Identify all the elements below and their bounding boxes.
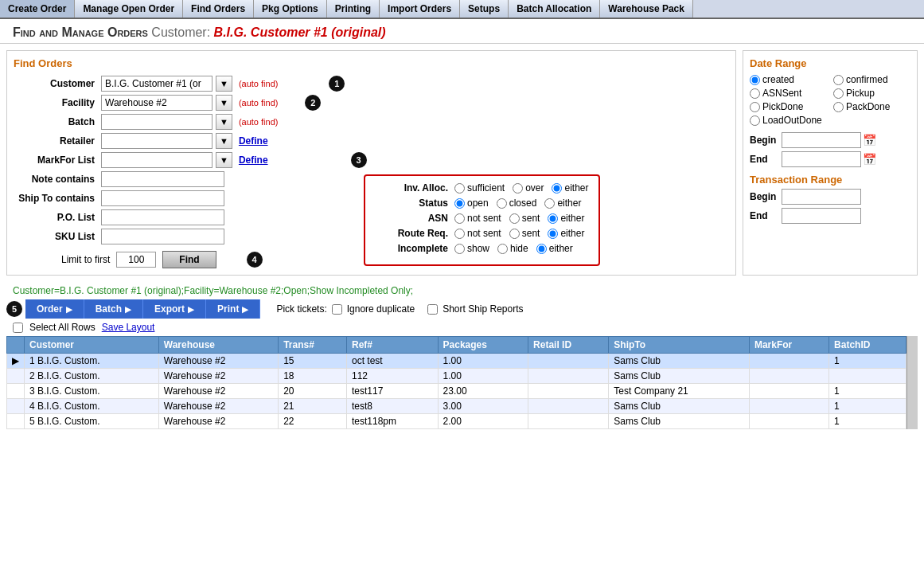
batch-arrow-icon: ▶	[125, 305, 131, 314]
route-req-sent[interactable]: sent	[509, 228, 540, 239]
status-open[interactable]: open	[454, 198, 489, 209]
status-options: open closed either	[454, 198, 581, 209]
export-button[interactable]: Export ▶	[143, 299, 206, 319]
batch-input[interactable]	[101, 114, 212, 130]
table-row: ▶1 B.I.G. Custom.Warehouse #215oct test1…	[7, 354, 906, 369]
row-ref: test118pm	[347, 414, 439, 429]
inv-alloc-either[interactable]: either	[552, 182, 588, 194]
date-option-confirmed[interactable]: confirmed	[833, 74, 910, 85]
retailer-dropdown[interactable]: ▼	[216, 133, 232, 149]
date-begin-input[interactable]	[782, 132, 861, 148]
table-body: ▶1 B.I.G. Custom.Warehouse #215oct test1…	[7, 354, 906, 429]
order-button[interactable]: Order ▶	[25, 299, 84, 319]
asn-sent[interactable]: sent	[509, 213, 540, 224]
row-ref: 112	[347, 369, 439, 384]
incomplete-show[interactable]: show	[454, 243, 489, 254]
trans-begin-label: Begin	[750, 191, 782, 202]
nav-pkg-options[interactable]: Pkg Options	[254, 0, 327, 18]
route-req-either[interactable]: either	[548, 228, 584, 239]
status-text: Customer=B.I.G. Customer #1 (original);F…	[6, 282, 918, 299]
ignore-duplicate-checkbox[interactable]	[332, 304, 342, 315]
incomplete-either[interactable]: either	[536, 243, 573, 254]
customer-field-control: ▼ (auto find) 1	[101, 76, 345, 92]
status-either[interactable]: either	[544, 198, 581, 209]
facility-field-control: ▼ (auto find) 2	[101, 95, 321, 111]
calendar-end-icon[interactable]: 📅	[863, 153, 876, 166]
markfor-input[interactable]	[101, 152, 212, 168]
note-input[interactable]	[101, 171, 224, 187]
retailer-input[interactable]	[101, 133, 212, 149]
row-shipto: Sams Club	[609, 354, 750, 369]
asn-label: ASN	[375, 213, 454, 224]
date-range-title: Date Range	[750, 57, 910, 69]
facility-input[interactable]	[101, 95, 212, 111]
date-begin-label: Begin	[750, 135, 782, 146]
table-scroll[interactable]: Customer Warehouse Trans# Ref# Packages …	[6, 336, 906, 429]
save-layout-link[interactable]: Save Layout	[102, 322, 155, 333]
row-packages: 23.00	[438, 384, 528, 399]
trans-begin-input[interactable]	[782, 189, 861, 205]
col-header-batchid: BatchID	[829, 337, 906, 354]
row-arrow-cell	[7, 414, 25, 429]
batch-dropdown[interactable]: ▼	[216, 114, 232, 130]
inv-alloc-over[interactable]: over	[513, 182, 544, 194]
inv-alloc-options: sufficient over either	[454, 182, 589, 194]
date-option-pickup[interactable]: Pickup	[833, 88, 910, 99]
nav-warehouse-pack[interactable]: Warehouse Pack	[600, 0, 693, 18]
route-req-options: not sent sent either	[454, 228, 584, 239]
date-end-input[interactable]	[782, 151, 861, 167]
badge-2: 2	[305, 95, 321, 111]
facility-dropdown[interactable]: ▼	[216, 95, 232, 111]
shipto-input[interactable]	[101, 190, 224, 206]
asn-either[interactable]: either	[548, 213, 584, 224]
inv-alloc-sufficient[interactable]: sufficient	[454, 182, 505, 194]
date-option-asnsent[interactable]: ASNSent	[750, 88, 827, 99]
customer-input[interactable]	[101, 76, 212, 92]
nav-printing[interactable]: Printing	[327, 0, 380, 18]
row-trans: 22	[279, 414, 347, 429]
batch-button[interactable]: Batch ▶	[84, 299, 143, 319]
col-header-markfor: MarkFor	[749, 337, 828, 354]
row-shipto: Test Company 21	[609, 384, 750, 399]
customer-dropdown[interactable]: ▼	[216, 76, 232, 92]
date-option-pickdone[interactable]: PickDone	[750, 101, 827, 112]
route-req-not-sent[interactable]: not sent	[454, 228, 501, 239]
print-button[interactable]: Print ▶	[206, 299, 260, 319]
retailer-define-link[interactable]: Define	[239, 135, 268, 147]
table-scrollbar[interactable]	[906, 336, 918, 429]
row-arrow-cell: ▶	[7, 354, 25, 369]
short-ship-checkbox[interactable]	[427, 304, 438, 315]
find-button[interactable]: Find	[162, 251, 216, 268]
row-batchid: 1	[829, 384, 906, 399]
markfor-define-link[interactable]: Define	[239, 154, 268, 166]
badge-1: 1	[329, 76, 345, 92]
select-all-checkbox[interactable]	[13, 323, 23, 333]
nav-create-order[interactable]: Create Order	[0, 0, 75, 18]
markfor-dropdown[interactable]: ▼	[216, 152, 232, 168]
shipto-field-label: Ship To contains	[14, 193, 101, 204]
trans-end-input[interactable]	[782, 208, 861, 224]
col-header-warehouse: Warehouse	[158, 337, 278, 354]
select-all-label: Select All Rows	[29, 322, 96, 333]
nav-find-orders[interactable]: Find Orders	[183, 0, 254, 18]
asn-not-sent[interactable]: not sent	[454, 213, 501, 224]
nav-import-orders[interactable]: Import Orders	[380, 0, 460, 18]
trans-begin-row: Begin	[750, 189, 910, 205]
date-option-packdone[interactable]: PackDone	[833, 101, 910, 112]
row-packages: 1.00	[438, 354, 528, 369]
nav-batch-allocation[interactable]: Batch Allocation	[509, 0, 600, 18]
nav-setups[interactable]: Setups	[460, 0, 509, 18]
row-num-customer: 5 B.I.G. Custom.	[25, 414, 159, 429]
status-closed[interactable]: closed	[497, 198, 537, 209]
calendar-begin-icon[interactable]: 📅	[863, 134, 876, 147]
date-option-created[interactable]: created	[750, 74, 827, 85]
incomplete-hide[interactable]: hide	[497, 243, 528, 254]
date-option-loadoutdone[interactable]: LoadOutDone	[750, 115, 827, 126]
nav-manage-open-order[interactable]: Manage Open Order	[75, 0, 183, 18]
incomplete-label: Incomplete	[375, 243, 454, 254]
sku-input[interactable]	[101, 229, 224, 244]
col-header-customer: Customer	[25, 337, 159, 354]
limit-input[interactable]	[116, 252, 156, 268]
table-row: 4 B.I.G. Custom.Warehouse #221test83.00S…	[7, 399, 906, 414]
po-input[interactable]	[101, 209, 224, 225]
